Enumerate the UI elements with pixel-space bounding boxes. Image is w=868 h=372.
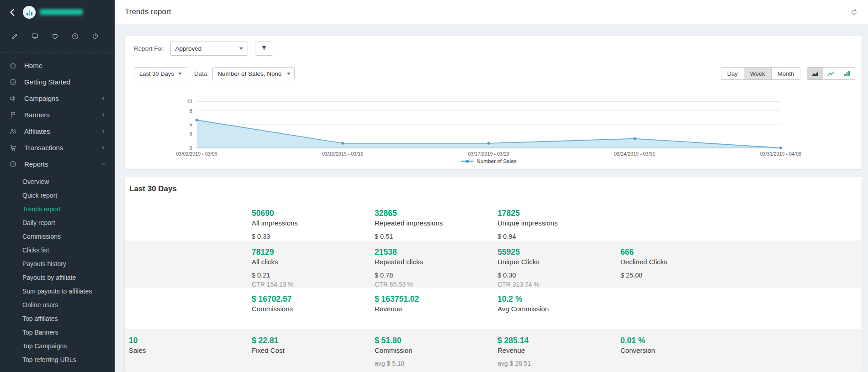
- heart-icon[interactable]: [51, 32, 59, 40]
- svg-text:03/10/2019 - 03/16: 03/10/2019 - 03/16: [322, 151, 363, 157]
- main-content: Report For Approved Last 30 Days Data: N…: [115, 24, 868, 372]
- clock-icon: [9, 78, 19, 86]
- sidebar-item-payouts-history[interactable]: Payouts history: [0, 257, 115, 271]
- filter-button[interactable]: [255, 42, 273, 56]
- chart-type-toggle: [807, 67, 855, 80]
- monitor-icon[interactable]: [31, 32, 39, 40]
- sidebar-item-banners[interactable]: Banners: [0, 106, 115, 123]
- sidebar-item-online-users[interactable]: Online users: [0, 298, 115, 312]
- cart-icon: [9, 144, 19, 152]
- svg-text:03/31/2019 - 04/06: 03/31/2019 - 04/06: [760, 151, 801, 157]
- svg-text:03/24/2019 - 03/30: 03/24/2019 - 03/30: [614, 151, 655, 157]
- trend-chart-area: 03581003/03/2019 - 03/0903/10/2019 - 03/…: [125, 86, 862, 169]
- line-chart-button[interactable]: [823, 67, 839, 80]
- logo-text-blurred: [40, 9, 83, 15]
- period-week-button[interactable]: Week: [744, 67, 772, 80]
- header: Trends report: [115, 0, 868, 24]
- stat-sales: 10 Sales: [129, 329, 252, 372]
- sidebar-item-campaigns[interactable]: Campaigns: [0, 90, 115, 106]
- stat-label: Repeated impressions: [375, 218, 498, 228]
- refresh-icon[interactable]: [850, 8, 858, 16]
- sidebar-item-top-campaigns[interactable]: Top Campaigns: [0, 339, 115, 353]
- stat-label: Revenue: [375, 304, 498, 314]
- stat-value: 21538: [375, 247, 498, 257]
- sidebar-item-reports[interactable]: Reports: [0, 156, 115, 172]
- stat-all-clicks: 78129 All clicks $ 0.21 CTR 154.13 %: [252, 241, 375, 288]
- sidebar: Home Getting Started Campaigns Banners A…: [0, 0, 115, 372]
- sidebar-item-trends-report[interactable]: Trends report: [0, 202, 115, 216]
- line-chart-icon: [827, 70, 835, 77]
- sidebar-item-label: Home: [24, 62, 106, 69]
- stats-card: Last 30 Days 50690 All impressions $ 0.3…: [125, 177, 862, 372]
- stat-commission: $ 51.80 Commission avg $ 5.18: [375, 329, 498, 372]
- caret-down-icon: [178, 73, 182, 75]
- sidebar-item-quick-report[interactable]: Quick report: [0, 189, 115, 202]
- sidebar-item-top-referring-urls[interactable]: Top referring URLs: [0, 353, 115, 367]
- svg-text:0: 0: [190, 145, 192, 151]
- bar-chart-button[interactable]: [839, 67, 855, 80]
- sidebar-item-top-affiliates[interactable]: Top affiliates: [0, 312, 115, 325]
- back-icon[interactable]: [7, 7, 17, 17]
- sidebar-item-affiliates[interactable]: Affiliates: [0, 123, 115, 139]
- stats-row-clicks: 78129 All clicks $ 0.21 CTR 154.13 % 215…: [125, 241, 862, 288]
- sidebar-item-clicks-list[interactable]: Clicks list: [0, 243, 115, 257]
- report-controls-card: Report For Approved Last 30 Days Data: N…: [125, 36, 862, 169]
- sidebar-item-home[interactable]: Home: [0, 57, 115, 73]
- stat-label: Commissions: [252, 304, 375, 314]
- svg-text:5: 5: [190, 122, 192, 127]
- area-chart-button[interactable]: [807, 67, 823, 80]
- power-icon[interactable]: [91, 32, 99, 40]
- stats-row-sales: 10 Sales $ 22.81 Fixed Cost $ 51.80 Comm…: [125, 329, 862, 372]
- stat-label: All impressions: [252, 218, 375, 228]
- stat-money: $ 0.78: [375, 271, 498, 279]
- app-logo[interactable]: [23, 6, 83, 19]
- stat-commissions: $ 16702.57 Commissions: [252, 288, 375, 329]
- help-icon[interactable]: [71, 32, 79, 40]
- empty-cell: [129, 202, 252, 241]
- stat-label: Conversion: [620, 346, 862, 355]
- stat-repeated-clicks: 21538 Repeated clicks $ 0.78 CTR 65.53 %: [375, 241, 498, 288]
- pencil-icon[interactable]: [11, 32, 19, 40]
- stat-label: Commission: [375, 346, 498, 355]
- svg-text:8: 8: [190, 108, 192, 114]
- stat-label: Avg Commission: [498, 304, 620, 314]
- report-for-select[interactable]: Approved: [170, 42, 248, 56]
- data-select[interactable]: Number of Sales, None: [212, 67, 295, 80]
- sidebar-item-top-banners[interactable]: Top Banners: [0, 325, 115, 339]
- stat-money: $ 0.51: [375, 232, 498, 241]
- sidebar-item-overview[interactable]: Overview: [0, 175, 115, 189]
- stat-value: 666: [620, 247, 862, 257]
- stat-money: $ 0.94: [498, 232, 620, 241]
- sidebar-item-commissions[interactable]: Commissions: [0, 230, 115, 243]
- stat-fixed-cost: $ 22.81 Fixed Cost: [252, 329, 375, 372]
- sidebar-item-payouts-by-affiliate[interactable]: Payouts by affiliate: [0, 271, 115, 284]
- period-day-button[interactable]: Day: [721, 67, 744, 80]
- sidebar-item-daily-report[interactable]: Daily report: [0, 216, 115, 230]
- area-chart-icon: [811, 70, 819, 77]
- sidebar-item-transactions[interactable]: Transactions: [0, 139, 115, 156]
- stat-label: Unique Clicks: [498, 257, 620, 267]
- reports-submenu: Overview Quick report Trends report Dail…: [0, 172, 115, 367]
- trend-chart: 03581003/03/2019 - 03/0903/10/2019 - 03/…: [125, 88, 862, 169]
- stat-value: $ 16702.57: [252, 294, 375, 304]
- sidebar-item-sum-payouts[interactable]: Sum payouts to affiliates: [0, 284, 115, 298]
- stat-revenue-per-sale: $ 285.14 Revenue avg $ 28.51: [498, 329, 620, 372]
- period-month-button[interactable]: Month: [771, 67, 800, 80]
- date-range-button[interactable]: Last 30 Days: [134, 67, 187, 80]
- stat-value: $ 285.14: [498, 335, 620, 346]
- chevron-left-icon: [101, 112, 106, 118]
- caret-down-icon: [239, 47, 243, 50]
- chevron-left-icon: [101, 128, 106, 134]
- stat-value: 78129: [252, 247, 375, 257]
- stat-value: 32865: [375, 208, 498, 218]
- stat-label: All clicks: [252, 257, 375, 267]
- chevron-left-icon: [101, 145, 106, 151]
- stat-declined-clicks: 666 Declined Clicks $ 25.08: [620, 241, 862, 288]
- sidebar-item-getting-started[interactable]: Getting Started: [0, 73, 115, 90]
- date-range-value: Last 30 Days: [139, 70, 174, 77]
- page-title: Trends report: [125, 7, 171, 16]
- sidebar-item-label: Getting Started: [24, 78, 106, 86]
- data-label: Data:: [194, 70, 209, 77]
- stat-value: 0.01 %: [620, 335, 862, 346]
- sidebar-item-label: Transactions: [24, 144, 101, 152]
